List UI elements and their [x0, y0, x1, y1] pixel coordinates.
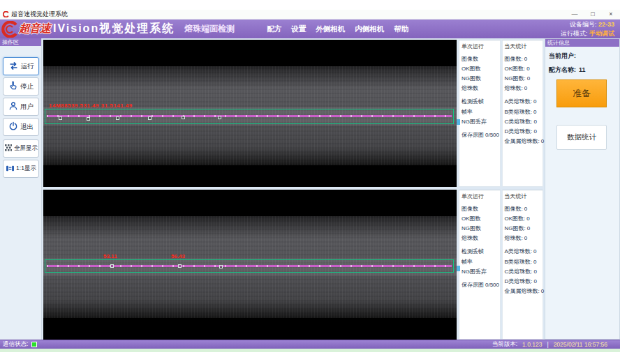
- data-statistics-button[interactable]: 数据统计: [556, 125, 607, 150]
- one-to-one-button[interactable]: 1:1显示: [3, 160, 39, 178]
- version-label: 当前版本:: [492, 340, 517, 349]
- one-to-one-icon: [6, 164, 15, 174]
- stat-row: NG图数: [462, 73, 500, 83]
- group-title: 单次运行: [462, 192, 500, 200]
- stat-row: 帧率: [462, 257, 500, 266]
- splitter-handle[interactable]: [457, 119, 460, 125]
- device-number-label: 设备编号:: [570, 21, 597, 28]
- group-title: 当天统计: [505, 43, 543, 50]
- window-title: 超音速视觉处理系统: [11, 10, 68, 19]
- feature-marker: [110, 264, 114, 268]
- datetime-value: 2025/02/11 16:57:56: [554, 341, 607, 348]
- stat-row: 图像数: [462, 204, 500, 213]
- close-button[interactable]: ×: [602, 10, 620, 19]
- stat-row: OK图数: [462, 63, 500, 73]
- stat-row: NG图数:0: [505, 73, 543, 83]
- prepare-button[interactable]: 准备: [556, 79, 607, 107]
- current-user-label: 当前用户:: [549, 52, 576, 59]
- weld-seam-line: [47, 265, 452, 267]
- stat-row: C类熔珠数:0: [505, 116, 543, 126]
- stat-row: 熔珠数:0: [505, 234, 543, 243]
- stat-row: 检测丢帧: [462, 247, 500, 257]
- window-bottom-edge: [0, 349, 620, 352]
- comm-status-label: 通信状态:: [3, 340, 28, 349]
- stat-row: NG图数:0: [505, 223, 543, 233]
- app-window: 超音速视觉处理系统 — □ × 超音速 IVision视觉处理系统 熔珠端面检测…: [0, 10, 620, 352]
- stat-row: 图像数:0: [505, 54, 543, 63]
- status-bar: 通信状态: 当前版本: 1.0.123 | 2025/02/11 16:57:5…: [0, 340, 620, 349]
- fullscreen-button-label: 全屏显示: [14, 144, 38, 153]
- separator: |: [547, 341, 548, 348]
- minimize-button[interactable]: —: [566, 10, 584, 19]
- stat-row: 保存原图0/500: [462, 130, 500, 139]
- single-run-stats: 单次运行 图像数OK图数NG图数熔珠数检测丢帧帧率NG图丢弃保存原图0/500: [459, 190, 501, 340]
- stat-row: NG图数: [462, 223, 500, 233]
- single-run-stats: 单次运行 图像数OK图数NG图数熔珠数检测丢帧帧率NG图丢弃保存原图0/500: [459, 40, 501, 187]
- sidebar-header: 操作区: [0, 38, 41, 46]
- today-stats: 当天统计 图像数:0OK图数:0NG图数:0熔珠数:0A类熔珠数:0B类熔珠数:…: [502, 40, 544, 187]
- user-button[interactable]: 用户: [3, 98, 39, 116]
- feature-marker: [219, 265, 223, 268]
- hand-stop-icon: [8, 81, 18, 92]
- stat-row: 图像数:0: [505, 204, 543, 213]
- stat-row: D类熔珠数:0: [505, 276, 543, 286]
- app-header: 超音速 IVision视觉处理系统 熔珠端面检测 配方设置外侧相机内侧相机帮助 …: [0, 20, 620, 38]
- stop-button-label: 停止: [20, 82, 34, 91]
- stats-panel-outer: 单次运行 图像数OK图数NG图数熔珠数检测丢帧帧率NG图丢弃保存原图0/500 …: [459, 40, 543, 187]
- camera-view-inner[interactable]: 53.11 56.43: [43, 190, 457, 340]
- menu-item[interactable]: 设置: [291, 24, 306, 34]
- group-title: 当天统计: [505, 192, 543, 200]
- exit-button[interactable]: 退出: [3, 118, 39, 136]
- window-controls: — □ ×: [566, 10, 620, 19]
- user-button-label: 用户: [20, 103, 34, 112]
- stat-row: OK图数:0: [505, 63, 543, 73]
- menu-item[interactable]: 外侧相机: [316, 24, 345, 34]
- app-logo-icon: [3, 11, 9, 17]
- statistics-panel-header: 统计信息: [545, 39, 619, 47]
- power-icon: [8, 121, 18, 132]
- stat-row: A类熔珠数:0: [505, 247, 543, 257]
- recipe-name-value: 11: [579, 66, 586, 73]
- fullscreen-button[interactable]: 全屏显示: [3, 139, 39, 158]
- stats-panel-inner: 单次运行 图像数OK图数NG图数熔珠数检测丢帧帧率NG图丢弃保存原图0/500 …: [459, 190, 543, 340]
- operation-sidebar: 操作区 运行 停止 用户: [0, 38, 42, 340]
- run-loop-icon: [8, 61, 19, 73]
- statistics-panel: 统计信息 当前用户: 配方名称:11 准备 数据统计: [545, 38, 620, 340]
- detection-box: [45, 109, 454, 124]
- feature-marker: [178, 264, 182, 268]
- stop-button[interactable]: 停止: [3, 77, 39, 96]
- stat-row: 金属屑熔珠数:0: [505, 137, 543, 146]
- stat-row: OK图数:0: [505, 213, 543, 223]
- weld-seam-line: [47, 115, 452, 117]
- exit-button-label: 退出: [20, 123, 34, 132]
- stat-row: 熔珠数: [462, 234, 500, 243]
- maximize-button[interactable]: □: [584, 10, 602, 19]
- feature-marker: [116, 116, 119, 120]
- stat-row: 检测丢帧: [462, 97, 500, 107]
- run-mode-value: 手动调试: [589, 30, 614, 37]
- feature-marker: [87, 117, 90, 121]
- menu-item[interactable]: 配方: [267, 24, 281, 34]
- stat-row: NG图丢弃: [462, 116, 500, 126]
- title-bar: 超音速视觉处理系统 — □ ×: [0, 10, 620, 20]
- run-button-label: 运行: [21, 62, 34, 71]
- menu-item[interactable]: 内侧相机: [355, 24, 384, 34]
- stat-row: 帧率: [462, 107, 500, 116]
- measurement-label: 56.43: [171, 253, 185, 259]
- one-to-one-button-label: 1:1显示: [16, 165, 36, 173]
- device-number-value: 22-33: [598, 21, 614, 28]
- detection-box: [45, 259, 454, 273]
- feature-marker: [59, 116, 62, 120]
- splitter-handle[interactable]: [457, 266, 460, 271]
- stat-row: NG图丢弃: [462, 266, 500, 276]
- camera-view-outer[interactable]: 14M88539.531.49 31.5141.49: [43, 40, 457, 187]
- menu-item[interactable]: 帮助: [394, 24, 408, 34]
- stat-row: C类熔珠数:0: [505, 266, 543, 276]
- measurement-annotation: 14M88539.531.49 31.5141.49: [49, 103, 133, 109]
- today-stats: 当天统计 图像数:0OK图数:0NG图数:0熔珠数:0A类熔珠数:0B类熔珠数:…: [502, 190, 544, 340]
- stat-row: D类熔珠数:0: [505, 126, 543, 136]
- page-title: IVision视觉处理系统: [53, 22, 175, 36]
- version-info: 当前版本: 1.0.123 | 2025/02/11 16:57:56: [492, 340, 607, 349]
- run-button[interactable]: 运行: [3, 57, 39, 75]
- menu-bar: 配方设置外侧相机内侧相机帮助: [267, 24, 408, 34]
